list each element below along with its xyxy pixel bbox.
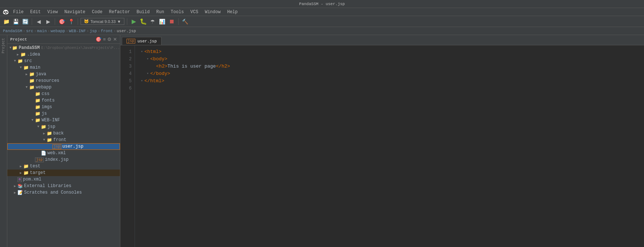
scratches-label: Scratches and Consoles [24, 190, 82, 195]
tree-test[interactable]: ▶ 📁 test [7, 163, 120, 170]
breadcrumb-src[interactable]: src [26, 29, 33, 33]
breadcrumb-sep-2: › [47, 29, 50, 33]
fold-1[interactable]: ▾ [141, 48, 143, 56]
breadcrumb-pandassm[interactable]: PandaSSM [3, 29, 22, 33]
toolbar-forward-btn[interactable]: ▶ [44, 18, 52, 26]
menu-refactor[interactable]: Refactor [106, 9, 133, 15]
extlibs-arrow-icon: ▶ [12, 183, 18, 189]
breadcrumb-main[interactable]: main [37, 29, 47, 33]
editor-content: 1 2 3 4 5 6 ▾ <html> ▾ <body> [120, 45, 644, 247]
webapp-label: webapp [36, 85, 51, 90]
breadcrumb-userjsp[interactable]: user.jsp [117, 29, 136, 33]
userjsp-file-icon: jsp [53, 144, 61, 149]
menu-vcs[interactable]: VCS [187, 9, 201, 15]
tree-front[interactable]: ▼ 📁 front [7, 137, 120, 143]
stop-btn[interactable]: ⏹ [168, 18, 176, 26]
sidebar-locator-btn[interactable]: 🎯 [96, 37, 101, 42]
breadcrumb-webapp[interactable]: webapp [51, 29, 65, 33]
tree-extlibs[interactable]: ▶ 📚 External Libraries [7, 183, 120, 189]
sidebar-collapse-btn[interactable]: ≡ [103, 37, 106, 42]
tree-fonts[interactable]: ▶ 📁 fonts [7, 97, 120, 104]
menu-edit[interactable]: Edit [27, 9, 44, 15]
tomcat-config-btn[interactable]: 🐱 Tomcat 9.0.33 ▼ [81, 18, 124, 25]
menu-code[interactable]: Code [89, 9, 105, 15]
pomxml-label: pom.xml [23, 177, 41, 182]
code-line-1: ▾ <html> [141, 48, 644, 56]
tag-bracket-3d: > [227, 63, 230, 70]
target-arrow-icon: ▶ [18, 170, 23, 175]
resources-label: resources [36, 78, 59, 83]
target-folder-icon: 📁 [23, 170, 29, 176]
main-label: main [30, 65, 40, 70]
tab-userjsp[interactable]: jsp user.jsp [122, 37, 162, 45]
tree-imgs[interactable]: ▶ 📁 imgs [7, 104, 120, 110]
java-folder-icon: 📁 [29, 72, 35, 77]
breadcrumb-sep-6: › [113, 29, 116, 33]
debug-btn[interactable]: 🐛 [139, 18, 147, 26]
toolbar-sep-3 [78, 18, 78, 25]
fold-4[interactable]: ▾ [147, 70, 149, 77]
tree-src[interactable]: ▼ 📁 src [7, 58, 120, 64]
tree-css[interactable]: ▶ 📁 css [7, 91, 120, 97]
src-label: src [24, 58, 32, 64]
menu-run[interactable]: Run [153, 9, 167, 15]
fold-2[interactable]: ▾ [147, 56, 149, 63]
toolbar-open-btn[interactable]: 📁 [2, 18, 10, 26]
menu-file[interactable]: File [10, 9, 27, 15]
coverage-btn[interactable]: ☂ [149, 18, 157, 26]
tree-target[interactable]: ▶ 📁 target [7, 170, 120, 176]
code-line-5: ▾ </html> [141, 77, 644, 85]
tree-webxml[interactable]: ▶ 📄 web.xml [7, 150, 120, 156]
project-label: Project [1, 38, 5, 53]
toolbar-save-btn[interactable]: 💾 [12, 18, 20, 26]
toolbar-locate-btn[interactable]: 📍 [67, 18, 75, 26]
tomcat-dropdown-icon: ▼ [117, 19, 121, 24]
tag-bracket-3b: > [164, 63, 167, 70]
tree-resources[interactable]: ▶ 📁 resources [7, 77, 120, 84]
tree-root[interactable]: ▼ 📁 PandaSSM E:\Dropbox\phoenix\JavaProj… [7, 45, 120, 51]
run-btn[interactable]: ▶ [130, 18, 138, 26]
tomcat-icon: 🐱 [84, 19, 89, 24]
tag-bracket-1a: < [144, 48, 147, 56]
tree-jsp[interactable]: ▼ 📁 jsp [7, 123, 120, 130]
tree-pomxml[interactable]: ▶ m pom.xml [7, 176, 120, 183]
menu-build[interactable]: Build [133, 9, 152, 15]
toolbar: 📁 💾 🔄 ◀ ▶ 🎯 📍 🐱 Tomcat 9.0.33 ▼ ▶ 🐛 ☂ 📊 … [0, 16, 644, 27]
tree-java[interactable]: ▶ 📁 java [7, 71, 120, 77]
indexjsp-file-icon: jsp [35, 157, 44, 162]
main-arrow-icon: ▼ [18, 65, 23, 70]
line-num-6: 6 [120, 85, 132, 92]
menu-tools[interactable]: Tools [168, 9, 187, 15]
sidebar-actions: 🎯 ≡ ⚙ ✕ [96, 37, 117, 42]
tree-idea[interactable]: ▶ 📁 .idea [7, 51, 120, 58]
fold-5[interactable]: ▾ [141, 77, 143, 85]
breadcrumb-front[interactable]: front [101, 29, 113, 33]
menu-navigate[interactable]: Navigate [61, 9, 88, 15]
menu-help[interactable]: Help [224, 9, 241, 15]
target-label: target [30, 170, 46, 175]
code-line-6 [141, 85, 644, 92]
tree-back[interactable]: ▶ 📁 back [7, 130, 120, 137]
sidebar-settings-btn[interactable]: ⚙ [107, 37, 112, 42]
tree-webapp[interactable]: ▼ 📁 webapp [7, 84, 120, 91]
sidebar-close-btn[interactable]: ✕ [113, 37, 117, 42]
tree-webinf[interactable]: ▼ 📁 WEB-INF [7, 117, 120, 123]
tree-main[interactable]: ▼ 📁 main [7, 64, 120, 71]
menu-view[interactable]: View [44, 9, 61, 15]
profile-btn[interactable]: 📊 [158, 18, 166, 26]
tab-userjsp-label: user.jsp [137, 39, 157, 43]
tree-userjsp[interactable]: ▶ jsp user.jsp [7, 143, 120, 150]
breadcrumb-jsp[interactable]: jsp [90, 29, 97, 33]
tree-scratches[interactable]: ▶ 📝 Scratches and Consoles [7, 189, 120, 196]
tag-bracket-5a: </ [144, 77, 150, 85]
toolbar-sync-btn[interactable]: 🔄 [21, 18, 29, 26]
code-panel[interactable]: ▾ <html> ▾ <body> ▾ <h2>This is user pag… [135, 45, 644, 247]
toolbar-back-btn[interactable]: ◀ [35, 18, 43, 26]
tree-js[interactable]: ▶ 📁 js [7, 110, 120, 117]
tag-bracket-3c: </ [216, 63, 222, 70]
tree-indexjsp[interactable]: ▶ jsp index.jsp [7, 156, 120, 163]
menu-window[interactable]: Window [202, 9, 224, 15]
breadcrumb-webinf[interactable]: WEB-INF [69, 29, 86, 33]
toolbar-target-btn[interactable]: 🎯 [58, 18, 66, 26]
build-btn[interactable]: 🔨 [181, 18, 189, 26]
